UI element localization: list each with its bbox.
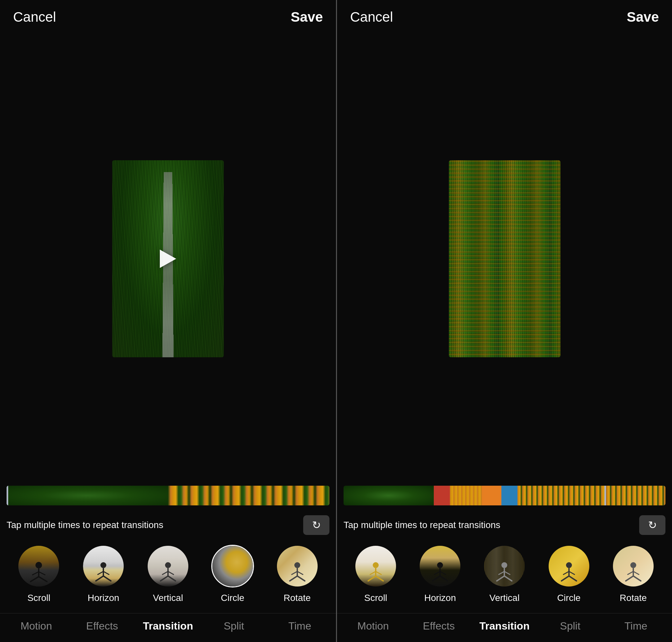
left-transition-rotate[interactable]: Rotate [276, 545, 319, 603]
right-cancel-button[interactable]: Cancel [350, 9, 393, 25]
left-undo-button[interactable]: ↺ [303, 515, 329, 535]
left-timeline-scrubber[interactable] [6, 486, 8, 505]
left-tab-motion[interactable]: Motion [3, 620, 69, 632]
right-timeline-seg1 [344, 486, 434, 505]
right-transition-circle[interactable]: Circle [548, 545, 590, 603]
left-video-container[interactable] [112, 160, 224, 357]
svg-line-46 [562, 576, 569, 581]
svg-line-39 [504, 572, 510, 575]
left-timeline-section [0, 486, 336, 512]
svg-line-38 [498, 572, 504, 575]
right-video-preview[interactable] [337, 31, 672, 486]
left-timeline-right-segment [168, 486, 329, 505]
svg-line-4 [30, 577, 39, 581]
svg-line-15 [168, 572, 174, 575]
right-transition-vertical[interactable]: Vertical [483, 545, 526, 603]
svg-point-0 [36, 562, 42, 568]
right-tab-time[interactable]: Time [603, 620, 669, 632]
svg-point-30 [437, 562, 443, 568]
right-timeline-seg-orange [482, 486, 501, 505]
left-tab-transition-label: Transition [143, 620, 193, 632]
right-thumb-rotate [612, 545, 655, 588]
svg-line-11 [103, 576, 111, 581]
right-transitions-row: Scroll Horizon [337, 541, 672, 613]
right-tab-motion-label: Motion [357, 620, 389, 632]
left-scroll-label: Scroll [27, 593, 50, 603]
svg-line-41 [504, 576, 512, 581]
svg-point-6 [101, 562, 106, 568]
right-transition-horizon[interactable]: Horizon [419, 545, 461, 603]
right-timeline-section [337, 486, 672, 512]
svg-line-47 [569, 576, 577, 581]
left-tab-time[interactable]: Time [267, 620, 333, 632]
right-save-button[interactable]: Save [627, 9, 659, 25]
svg-line-14 [162, 572, 168, 575]
right-thumb-scroll [354, 545, 397, 588]
right-thumb-horizon [419, 545, 461, 588]
svg-line-29 [376, 576, 383, 581]
right-circle-label: Circle [557, 593, 581, 603]
left-horizon-label: Horizon [88, 593, 119, 603]
left-timeline-strip[interactable] [6, 486, 329, 505]
left-tab-effects[interactable]: Effects [69, 620, 135, 632]
svg-line-10 [96, 576, 103, 581]
right-thumb-circle [548, 545, 590, 588]
right-transition-rotate[interactable]: Rotate [612, 545, 655, 603]
right-tab-transition-label: Transition [479, 620, 530, 632]
svg-line-2 [32, 572, 39, 575]
right-tab-time-label: Time [624, 620, 647, 632]
svg-line-32 [434, 572, 440, 575]
right-tab-motion[interactable]: Motion [340, 620, 406, 632]
right-video-container[interactable] [449, 160, 561, 357]
right-tab-effects[interactable]: Effects [406, 620, 472, 632]
right-scroll-label: Scroll [364, 593, 387, 603]
right-vertical-label: Vertical [490, 593, 520, 603]
left-transition-horizon[interactable]: Horizon [82, 545, 125, 603]
right-undo-button[interactable]: ↺ [639, 515, 666, 535]
left-thumb-rotate [276, 545, 319, 588]
left-undo-icon: ↺ [312, 519, 321, 531]
left-transition-scroll[interactable]: Scroll [17, 545, 60, 603]
svg-line-28 [368, 576, 376, 581]
svg-line-40 [497, 576, 504, 581]
svg-line-26 [370, 572, 376, 575]
svg-line-9 [103, 572, 109, 575]
svg-point-24 [373, 562, 379, 568]
svg-line-3 [39, 572, 45, 575]
left-vertical-label: Vertical [153, 593, 183, 603]
left-tab-motion-label: Motion [20, 620, 52, 632]
left-cancel-button[interactable]: Cancel [13, 9, 56, 25]
left-tab-bar: Motion Effects Transition Split Time [0, 613, 336, 642]
left-instruction-row: Tap multiple times to repeat transitions… [0, 512, 336, 541]
svg-point-18 [294, 562, 300, 568]
right-timeline-strip[interactable] [344, 486, 666, 505]
svg-line-34 [433, 576, 440, 581]
svg-line-51 [633, 572, 639, 575]
left-thumb-vertical [147, 545, 189, 588]
right-header: Cancel Save [337, 0, 672, 31]
left-tab-split[interactable]: Split [201, 620, 267, 632]
svg-line-35 [440, 576, 448, 581]
right-instruction-text: Tap multiple times to repeat transitions [344, 520, 500, 530]
right-timeline-scrubber[interactable] [604, 486, 606, 505]
svg-line-23 [297, 576, 305, 581]
right-timeline-seg2 [450, 486, 482, 505]
left-tab-transition[interactable]: Transition [135, 620, 201, 632]
right-tab-split[interactable]: Split [538, 620, 603, 632]
left-transition-vertical[interactable]: Vertical [147, 545, 189, 603]
left-transition-circle[interactable]: Circle [211, 545, 254, 603]
left-video-preview[interactable] [0, 31, 336, 486]
svg-line-5 [39, 577, 47, 581]
left-save-button[interactable]: Save [291, 9, 323, 25]
svg-point-36 [501, 562, 507, 568]
right-timeline-seg-blue [501, 486, 517, 505]
left-panel: Cancel Save Tap multiple times to repeat… [0, 0, 336, 642]
right-transition-scroll[interactable]: Scroll [354, 545, 397, 603]
left-play-button[interactable] [160, 249, 176, 268]
right-video-bg [449, 160, 561, 357]
left-rotate-label: Rotate [284, 593, 311, 603]
svg-line-8 [97, 572, 103, 575]
right-tab-transition[interactable]: Transition [472, 620, 537, 632]
left-thumb-horizon [82, 545, 125, 588]
svg-line-16 [160, 576, 168, 581]
